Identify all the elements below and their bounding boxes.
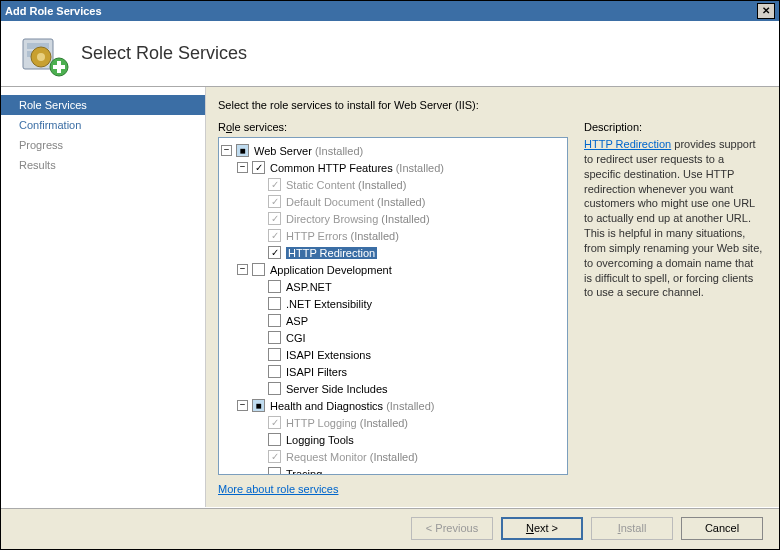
titlebar: Add Role Services ✕	[1, 1, 779, 21]
expander-spacer	[253, 468, 264, 474]
collapse-icon[interactable]: −	[237, 162, 248, 173]
tree-node-label[interactable]: Request Monitor	[286, 451, 367, 463]
tree-row[interactable]: ASP.NET	[221, 278, 565, 295]
tree-node-label[interactable]: ASP	[286, 315, 308, 327]
installed-suffix: (Installed)	[377, 196, 425, 208]
more-link-row: More about role services	[218, 475, 568, 507]
window-title: Add Role Services	[5, 5, 757, 17]
sidebar-item-results[interactable]: Results	[1, 155, 205, 175]
tree-node-label[interactable]: ISAPI Filters	[286, 366, 347, 378]
tree-node-label[interactable]: HTTP Errors	[286, 230, 348, 242]
tree-node-label[interactable]: .NET Extensibility	[286, 298, 372, 310]
next-button[interactable]: Next >	[501, 517, 583, 540]
collapse-icon[interactable]: −	[221, 145, 232, 156]
tree-node-label[interactable]: ASP.NET	[286, 281, 332, 293]
sidebar-item-confirmation[interactable]: Confirmation	[1, 115, 205, 135]
tree-row[interactable]: ✓Static Content (Installed)	[221, 176, 565, 193]
tree-node-label[interactable]: Default Document	[286, 196, 374, 208]
description-column: Description: HTTP Redirection provides s…	[584, 121, 763, 507]
tree-node-label[interactable]: Health and Diagnostics	[270, 400, 383, 412]
tree-row[interactable]: Logging Tools	[221, 431, 565, 448]
expander-spacer	[253, 332, 264, 343]
collapse-icon[interactable]: −	[237, 264, 248, 275]
tree-row[interactable]: −■Web Server (Installed)	[221, 142, 565, 159]
body: Role ServicesConfirmationProgressResults…	[1, 87, 779, 507]
checkbox: ✓	[268, 195, 281, 208]
cancel-button[interactable]: Cancel	[681, 517, 763, 540]
expander-spacer	[253, 230, 264, 241]
svg-point-4	[37, 53, 45, 61]
tree-scroll[interactable]: −■Web Server (Installed)−✓Common HTTP Fe…	[219, 138, 567, 474]
installed-suffix: (Installed)	[381, 213, 429, 225]
checkbox: ✓	[268, 178, 281, 191]
tree-row[interactable]: ✓Request Monitor (Installed)	[221, 448, 565, 465]
expander-spacer	[253, 247, 264, 258]
tree-row[interactable]: Server Side Includes	[221, 380, 565, 397]
tree-node-label[interactable]: Common HTTP Features	[270, 162, 393, 174]
checkbox[interactable]	[268, 348, 281, 361]
tree-node-label[interactable]: Tracing	[286, 468, 322, 475]
expander-spacer	[253, 349, 264, 360]
tree-node-label[interactable]: Server Side Includes	[286, 383, 388, 395]
tree-row[interactable]: ✓Default Document (Installed)	[221, 193, 565, 210]
tree-node-label[interactable]: Application Development	[270, 264, 392, 276]
tree-row[interactable]: −Application Development	[221, 261, 565, 278]
checkbox[interactable]	[268, 467, 281, 474]
tree-node-label[interactable]: CGI	[286, 332, 306, 344]
tree-node-label[interactable]: Logging Tools	[286, 434, 354, 446]
installed-suffix: (Installed)	[351, 230, 399, 242]
expander-spacer	[253, 281, 264, 292]
tree-node-label[interactable]: Static Content	[286, 179, 355, 191]
installed-suffix: (Installed)	[370, 451, 418, 463]
description-title: Description:	[584, 121, 763, 133]
tree-row[interactable]: −■Health and Diagnostics (Installed)	[221, 397, 565, 414]
checkbox[interactable]	[268, 314, 281, 327]
checkbox: ✓	[268, 416, 281, 429]
tree-node-label[interactable]: Directory Browsing	[286, 213, 378, 225]
checkbox[interactable]: ■	[236, 144, 249, 157]
tree-node-label[interactable]: HTTP Logging	[286, 417, 357, 429]
checkbox[interactable]	[252, 263, 265, 276]
expander-spacer	[253, 298, 264, 309]
close-button[interactable]: ✕	[757, 3, 775, 19]
tree-row[interactable]: ISAPI Filters	[221, 363, 565, 380]
tree-node-label[interactable]: Web Server	[254, 145, 312, 157]
tree-row[interactable]: ASP	[221, 312, 565, 329]
collapse-icon[interactable]: −	[237, 400, 248, 411]
expander-spacer	[253, 417, 264, 428]
checkbox[interactable]	[268, 331, 281, 344]
tree-row[interactable]: ✓HTTP Logging (Installed)	[221, 414, 565, 431]
tree-row[interactable]: ✓HTTP Redirection	[221, 244, 565, 261]
tree-row[interactable]: −✓Common HTTP Features (Installed)	[221, 159, 565, 176]
installed-suffix: (Installed)	[360, 417, 408, 429]
tree-row[interactable]: ✓HTTP Errors (Installed)	[221, 227, 565, 244]
install-button: Install	[591, 517, 673, 540]
checkbox[interactable]	[268, 365, 281, 378]
checkbox[interactable]	[268, 297, 281, 310]
checkbox[interactable]: ■	[252, 399, 265, 412]
role-services-tree[interactable]: −■Web Server (Installed)−✓Common HTTP Fe…	[218, 137, 568, 475]
tree-row[interactable]: CGI	[221, 329, 565, 346]
expander-spacer	[253, 434, 264, 445]
checkbox[interactable]	[268, 280, 281, 293]
tree-node-label[interactable]: ISAPI Extensions	[286, 349, 371, 361]
two-column: Role services: −■Web Server (Installed)−…	[218, 121, 763, 507]
description-link[interactable]: HTTP Redirection	[584, 138, 671, 150]
wizard-window: Add Role Services ✕ Select Role Services…	[0, 0, 780, 550]
more-about-link[interactable]: More about role services	[218, 483, 338, 495]
tree-row[interactable]: Tracing	[221, 465, 565, 474]
checkbox[interactable]: ✓	[268, 246, 281, 259]
installed-suffix: (Installed)	[315, 145, 363, 157]
checkbox[interactable]	[268, 433, 281, 446]
checkbox[interactable]	[268, 382, 281, 395]
tree-row[interactable]: ISAPI Extensions	[221, 346, 565, 363]
sidebar-item-progress[interactable]: Progress	[1, 135, 205, 155]
page-title: Select Role Services	[81, 43, 247, 64]
tree-node-label[interactable]: HTTP Redirection	[286, 247, 377, 259]
instruction-text: Select the role services to install for …	[218, 99, 763, 111]
checkbox[interactable]: ✓	[252, 161, 265, 174]
sidebar-item-role-services[interactable]: Role Services	[1, 95, 205, 115]
tree-row[interactable]: .NET Extensibility	[221, 295, 565, 312]
tree-row[interactable]: ✓Directory Browsing (Installed)	[221, 210, 565, 227]
description-body: HTTP Redirection provides support to red…	[584, 137, 763, 300]
